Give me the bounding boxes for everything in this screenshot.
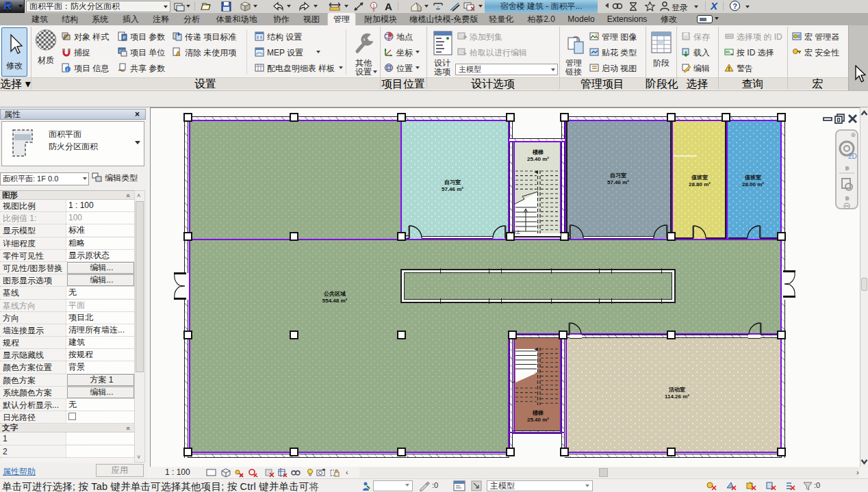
svg-text:1: 1 (372, 3, 375, 8)
svg-text:2D: 2D (848, 153, 857, 160)
svg-text:向上: 向上 (511, 229, 521, 234)
svg-text:P: P (123, 36, 126, 40)
